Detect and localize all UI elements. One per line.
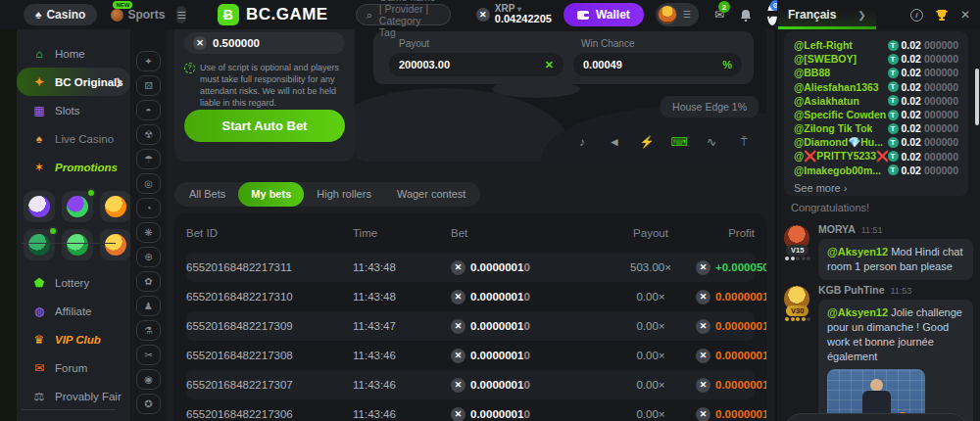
tip-row[interactable]: @Left-Right T 0.02000000 (794, 38, 958, 52)
promo-tile[interactable] (62, 229, 93, 260)
eggs-game-icon[interactable]: ◔ (136, 198, 161, 218)
chat-close-button[interactable]: ✕ (960, 8, 970, 22)
time-cell: 11:43:46 (353, 408, 451, 420)
tip-username[interactable]: @Specific Cowden (794, 109, 886, 120)
tip-row[interactable]: @Asiakhatun T 0.02000000 (794, 94, 958, 108)
dice-game-icon[interactable]: ⚄ (136, 75, 161, 96)
tip-username[interactable]: @Diamond💎Hu... (794, 136, 883, 149)
tip-username[interactable]: @❌PRITTY5233❌ (794, 150, 888, 163)
table-row[interactable]: 65520168482217311 11:43:48 ✕ 0.00000010 … (186, 253, 755, 282)
tip-username[interactable]: @Aliesfahan1363 (794, 81, 879, 93)
tip-row[interactable]: @❌PRITTY5233❌ T 0.02000000 (794, 150, 958, 164)
wallet-button[interactable]: Wallet (564, 3, 644, 26)
sidebar-item-affiliate[interactable]: ◍ Affiliate (17, 297, 130, 325)
tab-wager-contest[interactable]: Wager contest (384, 182, 479, 207)
sidebar-item-provably-fair[interactable]: ⚖ Provably Fair (17, 382, 130, 410)
sidebar-item-live-casino[interactable]: ♠ Live Casino (17, 124, 130, 153)
crescent-badge (86, 188, 96, 198)
sidebar-item-lottery[interactable]: ⬟ Lottery (17, 268, 130, 297)
chat-toggle-button[interactable]: ⚙ (767, 4, 777, 25)
seeds-icon[interactable]: ⍑ (737, 135, 751, 149)
target-game-icon[interactable]: ◎ (136, 173, 161, 194)
bc-game-logo[interactable]: Ƀ BC.GAME (218, 4, 328, 25)
tip-username[interactable]: @Zilong Tik Tok (794, 122, 872, 134)
sidebar-item-slots[interactable]: ▦ Slots (17, 96, 130, 124)
sidebar-item-forum[interactable]: ✉ Forum (17, 353, 130, 382)
payout-value: 200003.00 (399, 59, 450, 70)
tip-amount: T 0.02000000 (888, 81, 958, 93)
wheel-game-icon[interactable]: ⊕ (136, 247, 161, 267)
table-row[interactable]: 65520168482217307 11:43:46 ✕ 0.00000010 … (186, 370, 755, 399)
sidebar-item-label: Lottery (55, 277, 89, 289)
bet-amount-input[interactable]: ✕ 0.500000 (184, 32, 345, 54)
tip-username[interactable]: @Left-Right (794, 39, 853, 51)
profile-menu[interactable]: ☰ (656, 3, 699, 26)
knife-game-icon[interactable]: ✂ (136, 345, 161, 365)
turbo-icon[interactable]: ⚡ (640, 135, 654, 149)
sound-icon[interactable]: ◄ (608, 135, 621, 149)
menu-toggle-button[interactable]: ☰ (176, 6, 186, 23)
casino-toggle[interactable]: ♠ Casino (24, 4, 97, 25)
sidebar-item-home[interactable]: ⌂ Home (17, 39, 130, 68)
chat-username[interactable]: KGB PuhTine (818, 284, 884, 296)
tip-username[interactable]: @BB88 (794, 67, 830, 78)
promo-tile[interactable] (62, 191, 93, 222)
fruit-game-icon[interactable]: ✿ (136, 271, 161, 292)
sidebar-item-vip-club[interactable]: ♛ VIP Club (17, 325, 130, 353)
mines-game-icon[interactable]: ☢ (136, 124, 161, 145)
balance-selector[interactable]: ✕ XRP ▾ 0.04242205 (476, 4, 552, 25)
tab-all-bets[interactable]: All Bets (176, 182, 238, 207)
table-row[interactable]: 65520168482217308 11:43:46 ✕ 0.00000010 … (186, 341, 755, 370)
flask-game-icon[interactable]: ⚗ (136, 320, 161, 341)
chat-username[interactable]: MORYA (818, 223, 856, 235)
promo-tile[interactable] (100, 191, 130, 222)
win-chance-input[interactable]: 0.00049 % (573, 53, 742, 76)
chess-game-icon[interactable]: ♟ (136, 296, 161, 316)
tip-row[interactable]: @[SWEBOY] T 0.02000000 (794, 52, 958, 66)
sports-new-badge: NEW (113, 1, 132, 9)
tip-username[interactable]: @Imakegob00m... (794, 164, 881, 176)
messages-button[interactable]: ✉ 2 (714, 6, 724, 23)
chat-rules-button[interactable]: i (910, 9, 923, 22)
col-time: Time (353, 227, 451, 239)
eye-game-icon[interactable]: ◉ (136, 369, 161, 390)
promo-tile[interactable] (24, 191, 55, 222)
table-row[interactable]: 65520168482217309 11:43:47 ✕ 0.00000010 … (186, 311, 755, 341)
hotkeys-icon[interactable]: ⌨ (672, 135, 686, 149)
search-placeholder: Game name | Provider | Category Tag (379, 0, 440, 38)
sports-toggle[interactable]: NEW Sports (111, 8, 165, 22)
promo-tile[interactable] (24, 229, 55, 260)
tip-row[interactable]: @Imakegob00m... T 0.02000000 (794, 164, 958, 177)
magic-hat-game-icon[interactable]: ☂ (136, 149, 161, 169)
game-search-input[interactable]: ⌕ Game name | Provider | Category Tag (356, 4, 451, 25)
notifications-button[interactable] (740, 6, 752, 23)
tip-row[interactable]: @BB88 T 0.02000000 (794, 66, 958, 79)
payout-input[interactable]: 200003.00 ✕ (389, 53, 564, 76)
tip-row[interactable]: @Zilong Tik Tok T 0.02000000 (794, 121, 958, 135)
chat-message-input[interactable] (784, 413, 968, 421)
sidebar-item-promotions[interactable]: ✶ Promotions (17, 153, 130, 181)
crash-game-icon[interactable]: ◓ (136, 100, 161, 120)
see-more-link[interactable]: See more › (794, 182, 958, 194)
tip-username[interactable]: @[SWEBOY] (794, 53, 857, 65)
table-row[interactable]: 65520168482217306 11:43:46 ✕ 0.00000010 … (186, 399, 755, 421)
tip-row[interactable]: @Diamond💎Hu... T 0.02000000 (794, 135, 958, 149)
sidebar-item-bc-originals[interactable]: ✦ BC Originals ❯ (17, 68, 130, 96)
chat-scrollbar[interactable] (975, 69, 979, 125)
start-auto-bet-button[interactable]: Start Auto Bet (184, 110, 345, 142)
tab-high-rollers[interactable]: High rollers (304, 182, 384, 207)
mention-link[interactable]: @Aksyen12 (827, 246, 888, 257)
tab-my-bets[interactable]: My bets (238, 182, 304, 207)
music-icon[interactable]: ♪ (575, 135, 589, 149)
chat-rewards-button[interactable] (935, 9, 949, 22)
tip-username[interactable]: @Asiakhatun (794, 95, 859, 107)
table-row[interactable]: 65520168482217310 11:43:48 ✕ 0.00000010 … (186, 282, 755, 311)
comet-game-icon[interactable]: ✦ (136, 51, 161, 71)
coin-game-icon[interactable]: ✪ (136, 394, 161, 414)
mention-link[interactable]: @Aksyen12 (827, 306, 888, 318)
flower-game-icon[interactable]: ❋ (136, 222, 161, 243)
promo-tile[interactable] (100, 229, 130, 260)
tip-row[interactable]: @Aliesfahan1363 T 0.02000000 (794, 80, 958, 94)
trends-icon[interactable]: ∿ (705, 135, 718, 149)
tip-row[interactable]: @Specific Cowden T 0.02000000 (794, 108, 958, 121)
